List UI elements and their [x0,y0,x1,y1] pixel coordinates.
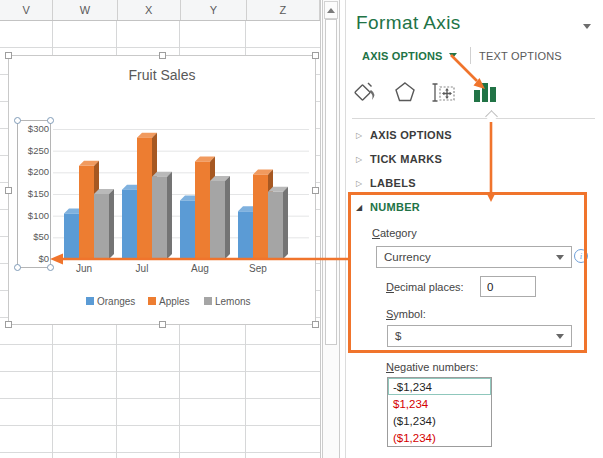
legend-label[interactable]: Lemons [215,296,251,307]
negative-format-option[interactable]: ($1,234) [388,412,491,429]
category-label: Category [372,227,417,239]
axis-labels-selection[interactable] [17,120,51,268]
section-axis-options[interactable]: AXIS OPTIONS [356,129,452,141]
decimal-places-label: Decimal places: [386,281,464,293]
section-tick-marks[interactable]: TICK MARKS [356,153,442,165]
vertical-scrollbar[interactable] [322,0,340,458]
negative-format-option[interactable]: $1,234 [388,395,491,412]
tab-text-options[interactable]: TEXT OPTIONS [479,50,562,62]
column-header[interactable]: X [118,0,181,20]
selection-handle-icon[interactable] [47,264,54,271]
axis-chart-icon[interactable] [471,79,499,106]
column-header[interactable]: Y [181,0,247,20]
bar-lemons-aug[interactable] [210,176,230,259]
legend-swatch[interactable] [86,297,94,305]
legend-swatch[interactable] [204,297,212,305]
chart-selection-handle[interactable] [312,187,319,194]
chart-selection-handle[interactable] [312,52,319,59]
selection-handle-icon[interactable] [47,117,54,124]
pane-options-arrow-icon[interactable] [583,24,591,29]
chevron-down-icon [556,255,564,260]
chart-selection-handle[interactable] [312,321,319,328]
scroll-up-button[interactable] [324,1,338,19]
annotation-arrow-icon-to-number [486,122,496,202]
column-header[interactable]: Z [247,0,320,20]
column-header[interactable]: V [0,0,53,20]
x-axis-label[interactable]: Sep [249,263,267,274]
chevron-down-icon [556,334,564,339]
x-axis-label[interactable]: Aug [191,263,209,274]
sheet-right-border [320,0,321,458]
decimal-places-input[interactable] [480,276,536,297]
selected-tab-caret-icon [485,110,498,123]
negative-format-option[interactable]: -$1,234 [388,378,491,395]
selection-handle-icon[interactable] [14,117,21,124]
negative-numbers-list[interactable]: -$1,234 $1,234 ($1,234) ($1,234) [387,377,492,447]
negative-format-option[interactable]: ($1,234) [388,429,491,446]
info-icon[interactable]: i [574,249,588,263]
bar-lemons-jul[interactable] [152,172,172,259]
chart-selection-handle[interactable] [5,187,12,194]
pane-divider [345,0,346,458]
negative-numbers-label: Negative numbers: [386,361,478,373]
column-headers: V W X Y Z [0,0,320,21]
chart-selection-handle[interactable] [5,321,12,328]
tab-axis-options[interactable]: AXIS OPTIONS [362,50,457,62]
collapsed-arrow-icon [356,177,370,189]
category-dropdown[interactable]: Currency [376,246,572,268]
column-header[interactable]: W [53,0,117,20]
section-number[interactable]: NUMBER [356,201,420,213]
scrollbar-thumb[interactable] [325,19,337,345]
effects-icon[interactable] [391,79,419,106]
selection-handle-icon[interactable] [14,264,21,271]
symbol-dropdown[interactable]: $ [387,325,572,347]
x-axis-label[interactable]: Jul [136,263,149,274]
bar-lemons-sep[interactable] [268,187,288,259]
pane-title: Format Axis [356,12,461,34]
size-properties-icon[interactable] [430,79,458,106]
scroll-up-icon [327,8,335,13]
excel-window: V W X Y Z Fruit Sales $0$50$100$150$200$… [0,0,603,458]
bar-lemons-jun[interactable] [94,189,114,259]
x-axis-label[interactable]: Jun [76,263,92,274]
tab-separator [470,47,471,64]
collapsed-arrow-icon [356,129,370,141]
chart-object[interactable]: Fruit Sales $0$50$100$150$200$250$300Jun… [8,55,316,325]
toolbar-separator [352,118,595,119]
collapsed-arrow-icon [356,153,370,165]
symbol-label: Symbol: [386,308,426,320]
chevron-down-icon [449,53,457,58]
chart-selection-handle[interactable] [5,52,12,59]
chart-selection-handle[interactable] [159,321,166,328]
expanded-arrow-icon [356,201,370,213]
legend-label[interactable]: Oranges [97,296,135,307]
legend-label[interactable]: Apples [159,296,190,307]
chart-selection-handle[interactable] [159,52,166,59]
fruit-sales-chart[interactable]: $0$50$100$150$200$250$300JunJulAugSepOra… [9,56,315,324]
fill-line-icon[interactable] [352,79,380,106]
section-labels[interactable]: LABELS [356,177,416,189]
legend-swatch[interactable] [148,297,156,305]
